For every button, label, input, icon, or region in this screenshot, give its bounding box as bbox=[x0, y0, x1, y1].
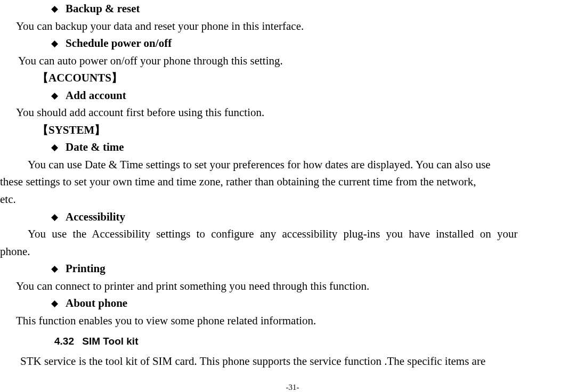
diamond-bullet-icon: ◆ bbox=[51, 210, 58, 224]
section-header-accounts: 【ACCOUNTS】 bbox=[0, 69, 585, 87]
diamond-bullet-icon: ◆ bbox=[51, 297, 58, 311]
diamond-bullet-icon: ◆ bbox=[51, 89, 58, 103]
bullet-item-date-time: ◆ Date & time bbox=[0, 138, 585, 156]
paragraph-printing: You can connect to printer and print som… bbox=[0, 277, 585, 295]
bullet-label: Accessibility bbox=[66, 208, 125, 226]
paragraph-add-account: You should add account first before usin… bbox=[0, 104, 585, 121]
paragraph-accessibility-1: You use the Accessibility settings to co… bbox=[0, 225, 585, 243]
bullet-item-printing: ◆ Printing bbox=[0, 260, 585, 277]
diamond-bullet-icon: ◆ bbox=[51, 37, 58, 51]
section-header-system: 【SYSTEM】 bbox=[0, 121, 585, 139]
bullet-item-accessibility: ◆ Accessibility bbox=[0, 208, 585, 226]
heading-title: SIM Tool kit bbox=[82, 336, 138, 347]
bullet-item-backup-reset: ◆ Backup & reset bbox=[0, 0, 585, 18]
document-page: ◆ Backup & reset You can backup your dat… bbox=[0, 0, 585, 392]
heading-number: 4.32 bbox=[54, 336, 74, 347]
bullet-item-add-account: ◆ Add account bbox=[0, 87, 585, 104]
bullet-label: Printing bbox=[66, 260, 105, 277]
page-number: -31- bbox=[0, 370, 585, 392]
bullet-label: Date & time bbox=[66, 138, 124, 156]
paragraph-schedule-power: You can auto power on/off your phone thr… bbox=[0, 52, 585, 70]
diamond-bullet-icon: ◆ bbox=[51, 141, 58, 154]
bullet-label: Backup & reset bbox=[66, 0, 140, 18]
bullet-item-about-phone: ◆ About phone bbox=[0, 295, 585, 312]
heading-sim-tool-kit: 4.32 SIM Tool kit bbox=[0, 329, 585, 352]
bullet-item-schedule-power: ◆ Schedule power on/off bbox=[0, 35, 585, 52]
bullet-label: About phone bbox=[66, 295, 127, 312]
paragraph-about-phone: This function enables you to view some p… bbox=[0, 312, 585, 330]
bullet-label: Add account bbox=[66, 87, 126, 104]
paragraph-stk: STK service is the tool kit of SIM card.… bbox=[0, 353, 585, 370]
diamond-bullet-icon: ◆ bbox=[51, 2, 58, 16]
paragraph-date-time-2: these settings to set your own time and … bbox=[0, 173, 585, 191]
paragraph-date-time-1: You can use Date & Time settings to set … bbox=[0, 156, 585, 174]
paragraph-accessibility-2: phone. bbox=[0, 243, 585, 260]
paragraph-date-time-3: etc. bbox=[0, 191, 585, 208]
bullet-label: Schedule power on/off bbox=[66, 35, 172, 52]
diamond-bullet-icon: ◆ bbox=[51, 262, 58, 276]
paragraph-backup-reset: You can backup your data and reset your … bbox=[0, 18, 585, 35]
